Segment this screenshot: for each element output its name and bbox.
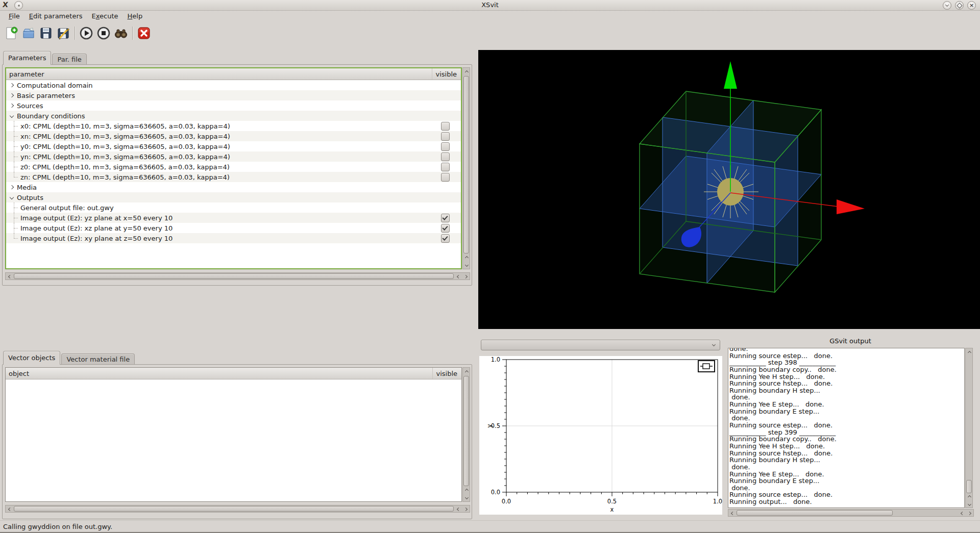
parameters-hscrollbar[interactable]: [5, 272, 470, 280]
scroll-up-button[interactable]: [966, 493, 973, 500]
svg-text:0.0: 0.0: [502, 498, 511, 505]
menu-execute[interactable]: Execute: [87, 10, 123, 22]
column-object[interactable]: object: [6, 370, 432, 377]
scroll-left-button[interactable]: [6, 505, 13, 513]
scroll-left-button[interactable]: [454, 505, 462, 513]
open-file-button[interactable]: [21, 27, 35, 40]
menu-help[interactable]: Help: [123, 10, 148, 22]
tree-row[interactable]: x0: CPML (depth=10, m=3, sigma=636605, a…: [6, 121, 461, 131]
tab-vector-objects[interactable]: Vector objects: [3, 351, 60, 365]
scrollbar-thumb[interactable]: [966, 480, 972, 493]
tree-row[interactable]: Image output (Ez): yz plane at x=50 ever…: [6, 213, 461, 223]
tree-row[interactable]: xn: CPML (depth=10, m=3, sigma=636605, a…: [6, 131, 461, 141]
visible-checkbox-checked[interactable]: [441, 224, 450, 233]
scroll-left-button[interactable]: [6, 273, 13, 281]
run-button[interactable]: [79, 27, 93, 40]
minimize-button[interactable]: [943, 1, 951, 10]
column-visible[interactable]: visible: [432, 368, 461, 379]
save-icon: [39, 27, 53, 40]
expander-open-icon[interactable]: [8, 114, 16, 117]
visible-checkbox-checked[interactable]: [441, 234, 450, 243]
tab-parameters[interactable]: Parameters: [3, 51, 51, 65]
scroll-up-button[interactable]: [966, 348, 973, 356]
tree-row[interactable]: zn: CPML (depth=10, m=3, sigma=636605, a…: [6, 172, 461, 182]
visible-checkbox[interactable]: [441, 153, 450, 161]
menu-edit-parameters[interactable]: Edit parameters: [24, 10, 87, 22]
console-line: done.: [729, 415, 964, 422]
console-hscrollbar[interactable]: [728, 509, 974, 517]
xy-graph[interactable]: 0.00.51.00.00.51.0xy: [479, 356, 722, 517]
quit-button[interactable]: [137, 27, 151, 40]
tab-vector-material-file[interactable]: Vector material file: [61, 353, 135, 365]
scroll-down-button[interactable]: [463, 494, 471, 502]
console-vscrollbar[interactable]: [965, 348, 973, 508]
x-axis-arrow: [837, 199, 865, 214]
scene-3d-viewport[interactable]: [478, 50, 980, 329]
parameter-tree-header[interactable]: parameter visible: [6, 68, 461, 80]
scroll-up-button[interactable]: [463, 486, 471, 494]
console-line: done.: [729, 394, 964, 401]
close-button[interactable]: ×: [967, 1, 976, 10]
expander-closed-icon[interactable]: [8, 94, 16, 97]
tree-row[interactable]: Image output (Ez): xz plane at y=50 ever…: [6, 223, 461, 233]
scroll-down-button[interactable]: [463, 262, 471, 269]
save-as-button[interactable]: [56, 27, 70, 40]
scrollbar-thumb[interactable]: [463, 76, 469, 253]
expander-closed-icon[interactable]: [8, 84, 16, 87]
scroll-up-button[interactable]: [463, 368, 471, 375]
tree-row[interactable]: yn: CPML (depth=10, m=3, sigma=636605, a…: [6, 151, 461, 162]
visible-checkbox[interactable]: [441, 132, 450, 141]
vector-hscrollbar[interactable]: [5, 505, 470, 513]
scrollbar-thumb[interactable]: [14, 506, 454, 512]
expander-closed-icon[interactable]: [8, 104, 16, 107]
tree-row[interactable]: Boundary conditions: [6, 111, 461, 121]
tree-row-label: Boundary conditions: [17, 112, 85, 120]
visible-checkbox[interactable]: [441, 173, 450, 182]
scroll-down-button[interactable]: [966, 501, 973, 509]
tree-row[interactable]: Sources: [6, 100, 461, 111]
scroll-left-button[interactable]: [958, 510, 966, 517]
expander-closed-icon[interactable]: [8, 186, 16, 189]
scrollbar-thumb[interactable]: [737, 510, 893, 516]
tree-row[interactable]: Media: [6, 182, 461, 192]
visible-checkbox-checked[interactable]: [441, 214, 450, 222]
scrollbar-thumb[interactable]: [14, 273, 454, 279]
maximize-button[interactable]: [955, 1, 964, 10]
expander-open-icon[interactable]: [8, 196, 16, 199]
vector-list-header[interactable]: object visible: [6, 368, 461, 379]
tree-row[interactable]: Image output (Ez): xy plane at z=50 ever…: [6, 233, 461, 243]
parameters-vscrollbar[interactable]: [462, 67, 470, 269]
column-parameter[interactable]: parameter: [6, 70, 432, 78]
visible-checkbox[interactable]: [441, 142, 450, 151]
graph-logo-button[interactable]: [698, 361, 715, 372]
tab-par-file[interactable]: Par. file: [52, 54, 86, 65]
tree-row-label: Basic parameters: [17, 92, 75, 99]
scroll-right-button[interactable]: [462, 273, 470, 281]
tree-row[interactable]: Outputs: [6, 192, 461, 202]
graph-source-combobox[interactable]: [481, 340, 720, 350]
menu-file[interactable]: File: [4, 10, 24, 22]
visible-checkbox[interactable]: [441, 122, 450, 131]
tree-row[interactable]: y0: CPML (depth=10, m=3, sigma=636605, a…: [6, 141, 461, 151]
console-line: Running boundary E step...: [729, 408, 964, 415]
stop-button[interactable]: [96, 27, 110, 40]
vector-vscrollbar[interactable]: [462, 367, 470, 502]
visible-checkbox[interactable]: [441, 163, 450, 171]
scroll-up-button[interactable]: [463, 253, 471, 261]
new-file-button[interactable]: [4, 27, 18, 40]
scroll-up-button[interactable]: [463, 68, 471, 75]
preview-button[interactable]: [114, 27, 128, 40]
scroll-right-button[interactable]: [966, 510, 974, 517]
tree-row[interactable]: General output file: out.gwy: [6, 202, 461, 213]
column-visible[interactable]: visible: [432, 68, 461, 80]
tree-row[interactable]: z0: CPML (depth=10, m=3, sigma=636605, a…: [6, 162, 461, 172]
tree-row[interactable]: Basic parameters: [6, 90, 461, 100]
console-line: ___________ step 398 ___________: [729, 359, 964, 366]
stop-icon: [97, 27, 110, 40]
scroll-right-button[interactable]: [462, 505, 470, 513]
scroll-left-button[interactable]: [728, 510, 736, 517]
scrollbar-thumb[interactable]: [463, 376, 469, 486]
save-button[interactable]: [39, 27, 53, 40]
scroll-left-button[interactable]: [454, 273, 462, 281]
tree-row[interactable]: Computational domain: [6, 80, 461, 90]
